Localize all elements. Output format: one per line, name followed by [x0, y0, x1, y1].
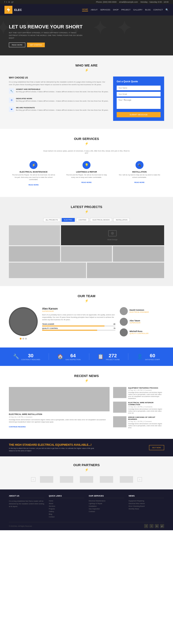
- skill-fill-1: [42, 326, 104, 326]
- hero-section: ✦ ✦ ✦ ✦ ✦ ✦ LET US REMOVE YOUR SHORT BUT…: [0, 16, 173, 56]
- read-more-button[interactable]: READ MORE: [9, 42, 25, 47]
- nav-about[interactable]: ABOUT: [91, 9, 98, 11]
- member-info-mitchell: Mitchell Ross QUALITY CONTROLLER: [130, 330, 148, 334]
- news-small-title-2: ELECTRICAL WIRE INTERIOR CONNECTION: [128, 402, 164, 406]
- lighting-icon: 💡: [82, 161, 90, 169]
- nav-project[interactable]: PROJECT: [121, 9, 131, 11]
- staff-icon: 👤: [137, 354, 143, 360]
- stat-staff-num: 60: [145, 353, 160, 358]
- quote-submit-button[interactable]: Submit Message: [117, 112, 160, 117]
- dot-1[interactable]: [20, 338, 22, 340]
- nav-gallery[interactable]: GALLERY: [133, 9, 142, 11]
- project-thumb-featured[interactable]: Build Design: [61, 225, 164, 245]
- footer-service-3[interactable]: Installation: [89, 505, 124, 507]
- twitter-icon[interactable]: t: [6, 1, 7, 3]
- footer-link-home[interactable]: Home: [49, 500, 84, 502]
- quote-msg-input[interactable]: [117, 98, 160, 109]
- skill-bar-2: [42, 330, 115, 331]
- footer-link-projects[interactable]: Projects: [49, 508, 84, 510]
- footer-gp-icon[interactable]: g+: [160, 524, 164, 528]
- project-thumb-2[interactable]: [9, 246, 60, 262]
- footer-link-services[interactable]: Services: [49, 505, 84, 507]
- filter-all[interactable]: All Projects: [43, 218, 60, 222]
- cta-text: THE HIGH STANDARD ELECTRICAL EQUIPMENTS …: [9, 443, 98, 452]
- services-title: OUR SERVICES: [9, 137, 164, 140]
- cta-buy-button[interactable]: BUY NOW: [149, 445, 164, 450]
- footer-service-2[interactable]: Lightings & Repair: [89, 502, 124, 504]
- footer-service-1[interactable]: Electrical Maintenance: [89, 500, 124, 502]
- google-icon[interactable]: g+: [12, 1, 14, 3]
- phone-text: Phone: (000) 000-0000: [96, 1, 117, 3]
- news-small-text-3: ERROR CHECKING OF CIRCUIT BOARDES 22 Sep…: [128, 416, 164, 429]
- electrical-read-more[interactable]: READ MORE: [28, 184, 38, 186]
- news-featured-read-more[interactable]: CONTINUE READING: [9, 426, 26, 428]
- footer-link-gallery[interactable]: Gallery: [49, 510, 84, 512]
- lighting-read-more[interactable]: READ MORE: [82, 182, 92, 184]
- get-started-button[interactable]: GET STARTED: [27, 42, 44, 47]
- member-photo-alex: [120, 318, 128, 326]
- nav-blog[interactable]: BLOG: [145, 9, 150, 11]
- partners-logos: [40, 476, 133, 483]
- project-thumb-3[interactable]: [61, 246, 112, 262]
- installation-read-more[interactable]: READ MORE: [134, 182, 144, 184]
- search-icon[interactable]: 🔍: [166, 8, 168, 11]
- cta-heading: THE HIGH STANDARD ELECTRICAL EQUIPMENTS …: [9, 443, 98, 446]
- passionate-icon: ❤: [9, 107, 14, 112]
- linkedin-icon[interactable]: in: [8, 1, 10, 3]
- facebook-icon[interactable]: f: [4, 1, 5, 3]
- partners-underline: ⚡: [9, 468, 164, 472]
- footer-news-4[interactable]: Monthly News: [129, 508, 164, 510]
- stat-contract: 🔧 30 CONTRACT REACHED: [13, 353, 40, 360]
- member-info-alex: Alex Tatum SUPERVISOR: [130, 320, 140, 324]
- footer-service-5[interactable]: Contract: [89, 510, 124, 512]
- footer-link-about[interactable]: About: [49, 502, 84, 504]
- footer-news-3[interactable]: Error Checking Board: [129, 505, 164, 507]
- installation-icon: 🔌: [136, 161, 144, 169]
- partners-prev-button[interactable]: ‹: [31, 477, 36, 482]
- footer-service-4[interactable]: Gas Inspection: [89, 508, 124, 510]
- dot-3[interactable]: [25, 338, 27, 340]
- quote-email-input[interactable]: [117, 92, 160, 96]
- news-small-1: EQUIPMENT REPAIRING PROCESS 22 Sep 18 | …: [113, 387, 164, 400]
- footer-link-contact[interactable]: Contact: [49, 516, 84, 518]
- logo-icon: [4, 6, 12, 14]
- footer-news-2[interactable]: Electrical Wire Interior: [129, 502, 164, 504]
- team-section: OUR TEAM ⚡ Alex Karson SUPERVISOR Each o…: [0, 286, 173, 348]
- header: ELEC HOME ABOUT SERVICES SHOP PROJECT GA…: [0, 4, 173, 16]
- filter-installation[interactable]: Installation: [113, 218, 130, 222]
- footer-tw-icon[interactable]: t: [150, 524, 154, 528]
- footer-about: ABOUT US It is a long established fact t…: [9, 495, 44, 518]
- partners-next-button[interactable]: ›: [138, 477, 142, 482]
- filter-electric[interactable]: Electric: [62, 218, 75, 222]
- email-text: email@example.com: [119, 1, 138, 3]
- footer-news-1[interactable]: Equipment Repairing: [129, 500, 164, 502]
- project-thumb-4[interactable]: [113, 246, 164, 262]
- member-photo-mitchell: [120, 328, 128, 336]
- hero-content: LET US REMOVE YOUR SHORT BUT THEY GOT DI…: [9, 24, 84, 47]
- installation-title: Installation: [117, 171, 162, 173]
- quote-name-input[interactable]: [117, 86, 160, 90]
- quote-form: Get a Quick Quote Submit Message: [113, 76, 164, 121]
- footer-social[interactable]: f t in g+: [144, 524, 164, 528]
- project-thumb-6[interactable]: [87, 262, 164, 278]
- dot-2[interactable]: [22, 338, 24, 340]
- nav-home[interactable]: HOME: [82, 8, 88, 11]
- project-thumb-5[interactable]: [9, 262, 86, 278]
- filter-lighting[interactable]: Lighting: [76, 218, 89, 222]
- stat-divider-1: [48, 353, 49, 360]
- dedicated-text: DEDICATED WORK But they got diff'rent st…: [16, 98, 108, 105]
- filter-electrical-design[interactable]: Electrical Design: [90, 218, 112, 222]
- nav-contact[interactable]: CONTACT: [153, 9, 163, 11]
- social-icons[interactable]: f t in g+: [4, 1, 15, 3]
- nav-services[interactable]: SERVICES: [100, 9, 110, 11]
- footer-in-icon[interactable]: in: [155, 524, 159, 528]
- partners-section: OUR PARTNERS ⚡ ‹ ›: [0, 456, 173, 490]
- footer-fb-icon[interactable]: f: [144, 524, 148, 528]
- project-thumb-1[interactable]: [9, 225, 60, 245]
- footer-link-blog[interactable]: Blog: [49, 513, 84, 515]
- team-photo-inner: [10, 308, 36, 335]
- contract-icon: 🔧: [13, 354, 19, 360]
- nav-shop[interactable]: SHOP: [113, 9, 119, 11]
- stat-contract-num: 30: [21, 353, 40, 358]
- news-small-list: EQUIPMENT REPAIRING PROCESS 22 Sep 18 | …: [113, 387, 164, 431]
